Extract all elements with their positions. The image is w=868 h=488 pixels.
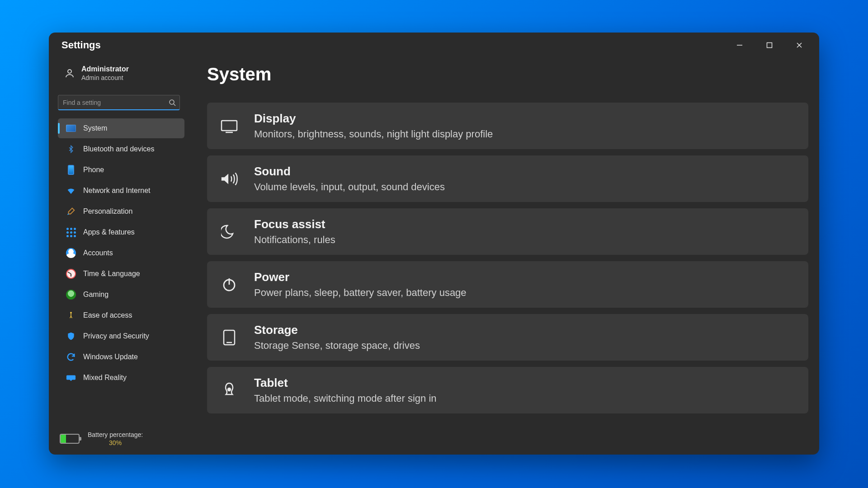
card-title: Tablet — [254, 376, 437, 390]
card-subtitle: Power plans, sleep, battery saver, batte… — [254, 287, 467, 299]
battery-label: Battery percentage: — [88, 431, 143, 438]
bluetooth-icon — [66, 144, 76, 154]
titlebar: Settings — [49, 33, 819, 58]
svg-rect-8 — [222, 121, 237, 131]
sidebar-item-label: Network and Internet — [83, 187, 151, 195]
card-title: Storage — [254, 323, 420, 337]
settings-window: Settings Administrator Admin account — [49, 33, 819, 455]
sidebar-item-accounts[interactable]: Accounts — [58, 243, 184, 263]
search-icon — [169, 99, 176, 106]
card-focus-assist[interactable]: Focus assist Notifications, rules — [207, 208, 808, 255]
brush-icon — [66, 206, 76, 216]
sidebar-item-ease-of-access[interactable]: Ease of access — [58, 305, 184, 325]
sidebar-item-windows-update[interactable]: Windows Update — [58, 347, 184, 367]
power-icon — [220, 275, 239, 294]
card-power[interactable]: Power Power plans, sleep, battery saver,… — [207, 261, 808, 308]
sidebar-item-phone[interactable]: Phone — [58, 160, 184, 180]
card-subtitle: Storage Sense, storage space, drives — [254, 340, 420, 352]
svg-point-14 — [228, 388, 231, 391]
apps-grid-icon — [66, 227, 76, 237]
xbox-icon — [66, 290, 76, 300]
accessibility-icon — [66, 310, 76, 320]
battery-icon — [60, 434, 80, 444]
minimize-icon — [736, 42, 743, 49]
account-subtitle: Admin account — [81, 74, 129, 81]
sound-icon — [220, 169, 239, 188]
sidebar-item-label: Accounts — [83, 249, 113, 257]
card-display[interactable]: Display Monitors, brightness, sounds, ni… — [207, 103, 808, 149]
sidebar-item-bluetooth[interactable]: Bluetooth and devices — [58, 139, 184, 159]
sidebar-item-privacy[interactable]: Privacy and Security — [58, 326, 184, 346]
sidebar-item-label: Bluetooth and devices — [83, 145, 154, 153]
clock-icon — [66, 269, 76, 279]
search-input[interactable] — [58, 95, 179, 109]
sidebar-item-personalization[interactable]: Personalization — [58, 202, 184, 221]
sidebar-item-label: System — [83, 124, 107, 132]
cards-list: Display Monitors, brightness, sounds, ni… — [207, 103, 810, 413]
phone-icon — [66, 165, 76, 175]
card-tablet[interactable]: Tablet Tablet mode, switching mode after… — [207, 367, 808, 413]
storage-icon — [220, 328, 239, 347]
account-name: Administrator — [81, 65, 129, 73]
sidebar-item-time-language[interactable]: Time & Language — [58, 264, 184, 284]
battery-percent: 30% — [109, 439, 122, 446]
sidebar-item-label: Phone — [83, 166, 104, 174]
shield-icon — [66, 331, 76, 341]
card-subtitle: Monitors, brightness, sounds, night ligh… — [254, 128, 493, 140]
page-title: System — [207, 64, 810, 84]
sidebar-item-label: Personalization — [83, 207, 132, 216]
sidebar-item-mixed-reality[interactable]: Mixed Reality — [58, 368, 184, 388]
sidebar-item-label: Apps & features — [83, 228, 135, 236]
svg-line-6 — [174, 104, 175, 106]
sidebar-item-label: Gaming — [83, 291, 108, 299]
maximize-button[interactable] — [761, 37, 778, 53]
card-sound[interactable]: Sound Volume levels, input, output, soun… — [207, 155, 808, 202]
moon-icon — [220, 222, 239, 241]
account-block[interactable]: Administrator Admin account — [49, 58, 189, 89]
sidebar-item-system[interactable]: System — [58, 118, 184, 138]
close-icon — [796, 42, 803, 49]
app-title: Settings — [61, 39, 101, 51]
sidebar: Administrator Admin account System Bluet — [49, 58, 189, 455]
svg-point-5 — [170, 100, 174, 104]
window-controls — [731, 37, 813, 53]
card-title: Display — [254, 112, 493, 126]
svg-rect-1 — [767, 43, 772, 48]
account-icon — [66, 248, 76, 258]
wifi-icon — [66, 186, 76, 196]
nav-list: System Bluetooth and devices Phone — [49, 116, 189, 389]
update-icon — [66, 352, 76, 362]
card-subtitle: Volume levels, input, output, sound devi… — [254, 181, 445, 193]
sidebar-item-label: Mixed Reality — [83, 374, 127, 382]
sidebar-item-gaming[interactable]: Gaming — [58, 285, 184, 305]
sidebar-item-label: Privacy and Security — [83, 332, 149, 340]
svg-point-7 — [70, 312, 72, 314]
monitor-icon — [66, 123, 76, 133]
maximize-icon — [766, 42, 773, 48]
avatar-icon — [64, 68, 75, 79]
card-storage[interactable]: Storage Storage Sense, storage space, dr… — [207, 314, 808, 361]
battery-status: Battery percentage: 30% — [49, 424, 189, 446]
sidebar-item-label: Windows Update — [83, 353, 138, 361]
search-box[interactable] — [58, 95, 180, 110]
mixed-reality-icon — [66, 373, 76, 383]
card-title: Sound — [254, 164, 445, 178]
display-icon — [220, 117, 239, 136]
close-button[interactable] — [791, 37, 807, 53]
sidebar-item-label: Ease of access — [83, 311, 132, 319]
sidebar-item-network[interactable]: Network and Internet — [58, 181, 184, 201]
card-title: Focus assist — [254, 217, 335, 231]
card-subtitle: Tablet mode, switching mode after sign i… — [254, 393, 437, 404]
sidebar-item-apps[interactable]: Apps & features — [58, 222, 184, 242]
minimize-button[interactable] — [731, 37, 748, 53]
main-panel: System Display Monitors, brightness, sou… — [189, 58, 819, 455]
svg-point-4 — [68, 70, 71, 73]
battery-fill — [61, 435, 66, 443]
sidebar-item-label: Time & Language — [83, 270, 140, 278]
card-title: Power — [254, 270, 467, 284]
card-subtitle: Notifications, rules — [254, 234, 335, 246]
tablet-icon — [220, 381, 239, 400]
